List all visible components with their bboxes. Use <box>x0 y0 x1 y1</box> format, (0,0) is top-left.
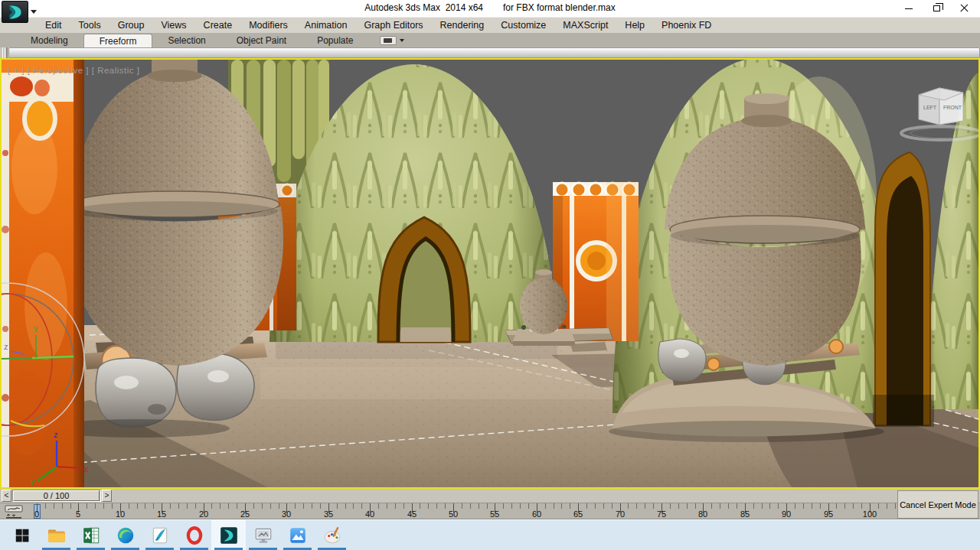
gizmo-y-label: y <box>34 324 38 333</box>
start-button[interactable] <box>5 520 39 550</box>
tab-modeling[interactable]: Modeling <box>15 34 83 47</box>
tab-selection[interactable]: Selection <box>152 34 220 47</box>
menu-help[interactable]: Help <box>616 18 653 33</box>
menu-create[interactable]: Create <box>195 18 241 33</box>
wall-left-foreground[interactable] <box>2 60 84 487</box>
taskbar-photos[interactable] <box>280 520 315 550</box>
taskbar-file-explorer[interactable] <box>39 520 74 550</box>
ruler-label: 95 <box>824 509 833 519</box>
track-bar[interactable]: 0 5 10 15 20 25 30 35 40 45 50 55 60 65 … <box>0 503 980 519</box>
3dsmax-logo-icon <box>5 2 25 22</box>
ribbon-state-icon <box>380 36 397 45</box>
restore-button[interactable] <box>923 0 949 17</box>
perspective-viewport[interactable]: y z z x y LEFT FRONT [ + ] [ Perspective… <box>0 58 980 489</box>
ruler-label: 85 <box>740 509 750 519</box>
tab-object-paint[interactable]: Object Paint <box>221 34 302 47</box>
viewcube-front-label[interactable]: FRONT <box>943 105 962 110</box>
menu-phoenix-fd[interactable]: Phoenix FD <box>653 18 720 33</box>
minimize-icon <box>905 8 913 9</box>
menu-views[interactable]: Views <box>152 18 194 33</box>
taskbar-edge[interactable] <box>108 520 142 550</box>
tab-populate[interactable]: Populate <box>302 34 368 47</box>
excel-icon <box>81 526 101 545</box>
ruler-label: 35 <box>324 509 333 519</box>
ribbon-tabs: Modeling Freeform Selection Object Paint… <box>0 33 980 47</box>
menu-maxscript[interactable]: MAXScript <box>554 18 616 33</box>
ruler-label: 40 <box>365 509 374 519</box>
ruler-label: 60 <box>532 509 541 519</box>
app-menu-button[interactable] <box>2 1 28 23</box>
taskbar-apps <box>0 520 349 550</box>
file-explorer-icon <box>47 526 67 545</box>
paint-3d-icon <box>322 526 342 545</box>
taskbar-opera[interactable] <box>177 520 211 550</box>
close-icon <box>959 4 969 13</box>
gizmo-z-label: z <box>4 342 8 351</box>
axis-y-label: y <box>31 477 35 486</box>
photos-icon <box>288 526 308 545</box>
ruler-label: 55 <box>490 509 499 519</box>
tab-freeform[interactable]: Freeform <box>83 34 153 47</box>
chevron-down-icon <box>400 39 404 42</box>
windows-start-icon <box>14 527 31 544</box>
title-bar[interactable]: Autodesk 3ds Max 2014 x64for FBX format … <box>0 0 980 17</box>
display-monitor-icon <box>253 526 273 545</box>
next-frame-button[interactable]: > <box>102 490 112 502</box>
ruler-label: 25 <box>240 509 250 519</box>
ruler-label: 15 <box>157 509 166 519</box>
taskbar: 33°C Haze 12:01 PM 4/7/2022 <box>0 519 980 550</box>
time-slider-row: < 0 / 100 > <box>0 489 980 503</box>
3ds-max-icon <box>219 526 239 545</box>
restore-icon <box>933 5 940 11</box>
timeline-ruler[interactable]: 0 5 10 15 20 25 30 35 40 45 50 55 60 65 … <box>37 503 897 520</box>
viewport-canvas[interactable]: y z z x y LEFT FRONT [ + ] [ Perspective… <box>2 60 978 487</box>
menu-customize[interactable]: Customize <box>492 18 554 33</box>
cancel-expert-mode-button[interactable]: Cancel Expert Mode <box>897 490 978 519</box>
menu-tools[interactable]: Tools <box>70 18 109 33</box>
taskbar-quill-app[interactable] <box>142 520 177 550</box>
ribbon-minimize-dropdown[interactable] <box>380 34 404 47</box>
minimize-button[interactable] <box>896 0 922 17</box>
ribbon-dock-grip[interactable] <box>2 47 7 58</box>
ruler-label: 0 <box>34 509 39 519</box>
viewcube-left-label[interactable]: LEFT <box>923 105 937 110</box>
menu-rendering[interactable]: Rendering <box>432 18 493 33</box>
taskbar-excel[interactable] <box>74 520 108 550</box>
ruler-label: 5 <box>76 509 80 519</box>
menu-animation[interactable]: Animation <box>296 18 356 33</box>
viewport-label[interactable]: [ + ] [ Perspective ] [ Realistic ] <box>8 66 140 75</box>
collapsed-ribbon-strip[interactable] <box>8 47 980 58</box>
time-slider-thumb[interactable]: 0 / 100 <box>13 490 100 501</box>
ruler-label: 75 <box>657 509 666 519</box>
edge-icon <box>116 526 136 545</box>
wall-right-decorated[interactable] <box>553 182 639 341</box>
opera-icon <box>185 526 204 545</box>
open-mini-curve-editor-button[interactable] <box>5 505 23 519</box>
menu-modifiers[interactable]: Modifiers <box>240 18 296 33</box>
menu-group[interactable]: Group <box>109 18 153 33</box>
axis-x-label: x <box>84 464 89 474</box>
document-name: for FBX format blender.max <box>503 2 616 13</box>
menu-edit[interactable]: Edit <box>37 18 70 33</box>
taskbar-display-app[interactable] <box>246 520 280 550</box>
window-title: Autodesk 3ds Max 2014 x64for FBX format … <box>0 2 980 13</box>
axis-z-label: z <box>54 430 58 439</box>
desktop: Autodesk 3ds Max 2014 x64for FBX format … <box>0 0 980 550</box>
close-button[interactable] <box>951 0 977 17</box>
taskbar-paint3d[interactable] <box>315 520 349 550</box>
ruler-label: 50 <box>449 509 458 519</box>
hut-right-door[interactable] <box>873 152 934 427</box>
ruler-label: 90 <box>782 509 791 519</box>
menu-bar: Edit Tools Group Views Create Modifiers … <box>0 17 980 33</box>
app-menu-caret-icon[interactable] <box>31 10 37 14</box>
menu-graph-editors[interactable]: Graph Editors <box>355 18 431 33</box>
ruler-label: 30 <box>282 509 291 519</box>
ruler-label: 10 <box>116 509 125 519</box>
ruler-label: 70 <box>616 509 625 519</box>
ruler-label: 65 <box>573 509 583 519</box>
ruler-label: 20 <box>199 509 208 519</box>
taskbar-3ds-max[interactable] <box>211 520 246 550</box>
quill-app-icon <box>150 526 170 545</box>
ruler-label: 80 <box>698 509 707 519</box>
previous-frame-button[interactable]: < <box>2 490 11 502</box>
